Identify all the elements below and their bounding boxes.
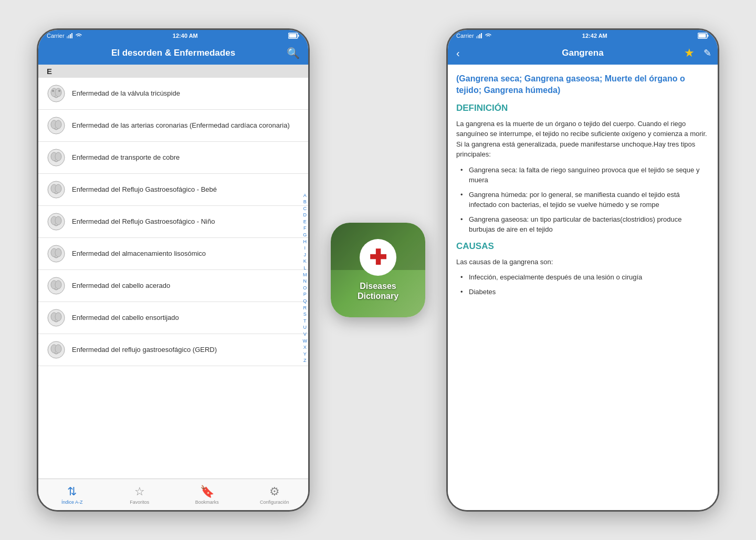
tab-bookmarks-icon: 🔖 [200,485,214,499]
tab-bar-left: ⇅ Índice A-Z ☆ Favoritos 🔖 Bookmarks ⚙ C… [38,479,308,510]
section-title-causas: CAUSAS [456,241,709,252]
svg-point-14 [55,120,61,129]
item-text: Enfermedad del reflujo gastroesofágico (… [72,346,300,355]
svg-point-29 [55,281,61,289]
disease-icon [47,116,66,135]
back-button[interactable]: ‹ [456,47,460,59]
svg-rect-37 [478,35,479,38]
detail-subtitle: (Gangrena seca; Gangrena gaseosa; Muerte… [456,73,709,97]
list-item[interactable]: Enfermedad de la válvula tricúspide [38,78,308,110]
disease-icon [47,84,66,103]
svg-point-32 [55,313,61,321]
disease-icon [47,212,66,231]
nav-bar-left: El desorden & Enfermedades 🔍 [38,41,308,65]
svg-rect-1 [68,35,69,38]
tab-favorites[interactable]: ☆ Favoritos [106,485,174,505]
svg-point-35 [55,345,61,353]
left-phone: Carrier 12:40 AM El desorden & Enfe [37,28,310,512]
svg-rect-3 [71,33,72,38]
item-text: Enfermedad del cabello acerado [72,282,300,290]
app-icon: ✚ Diseases Dictionary [331,223,425,317]
disease-icon [47,148,66,167]
tab-index[interactable]: ⇅ Índice A-Z [38,485,106,505]
svg-point-11 [58,90,60,92]
svg-rect-41 [707,35,708,37]
list-item[interactable]: Enfermedad de transporte de cobre [38,142,308,174]
svg-point-9 [55,88,61,97]
disease-icon [47,180,66,199]
tab-settings-icon: ⚙ [269,485,280,499]
list-item[interactable]: Enfermedad del reflujo gastroesofágico (… [38,334,308,366]
signal-icon [67,33,73,38]
def-list-item-3: Gangrena gaseosa: un tipo particular de … [460,214,709,235]
search-icon[interactable]: 🔍 [287,47,300,59]
status-bar-left: Carrier 12:40 AM [38,30,308,41]
cross-circle: ✚ [360,239,396,276]
app-name: Diseases Dictionary [358,281,398,301]
detail-content: (Gangrena seca; Gangrena gaseosa; Muerte… [448,65,718,510]
item-text: Enfermedad del Reflujo Gastroesofágico -… [72,217,300,226]
list-item[interactable]: Enfermedad del almacenamiento lisosómico [38,238,308,270]
tab-favorites-icon: ☆ [134,485,145,499]
svg-rect-5 [298,35,299,37]
item-text: Enfermedad de las arterias coronarias (E… [72,121,300,130]
right-phone: Carrier 12:42 AM ‹ Gangrena [446,28,719,512]
alphabet-index[interactable]: A B C D E F G H I J K L M N O P Q R S T … [303,192,308,364]
disease-list: Enfermedad de la válvula tricúspide Enfe… [38,78,308,479]
carrier-left: Carrier [47,33,82,39]
section-header: E [38,65,308,78]
tab-index-icon: ⇅ [67,485,77,499]
wifi-icon-right [485,33,492,38]
battery-right [698,33,709,39]
svg-point-20 [55,184,61,193]
tab-bookmarks[interactable]: 🔖 Bookmarks [173,485,241,505]
list-item[interactable]: Enfermedad del cabello ensortijado [38,302,308,334]
battery-left [288,33,300,39]
time-left: 12:40 AM [173,33,198,39]
causas-list-item-1: Infección, especialmente después de una … [460,272,709,283]
definition-list: Gangrena seca: la falta de riego sanguín… [460,165,709,235]
battery-icon-right [698,33,709,39]
svg-rect-6 [289,34,296,38]
definition-text: La gangrena es la muerte de un órgano o … [456,119,709,160]
svg-rect-42 [698,34,706,38]
edit-button[interactable]: ✎ [704,47,711,59]
svg-point-23 [55,216,61,225]
tab-settings[interactable]: ⚙ Configuración [241,485,309,505]
causas-list: Infección, especialmente después de una … [460,272,709,297]
tab-bookmarks-label: Bookmarks [195,500,219,505]
carrier-right: Carrier [456,33,492,39]
app-icon-container: ✚ Diseases Dictionary [331,223,425,317]
svg-rect-2 [70,34,71,38]
cross-icon: ✚ [369,247,387,268]
item-text: Enfermedad del almacenamiento lisosómico [72,250,300,258]
item-text: Enfermedad de transporte de cobre [72,153,300,162]
star-button[interactable]: ★ [684,46,695,60]
svg-rect-38 [479,34,480,38]
item-text: Enfermedad del cabello ensortijado [72,314,300,323]
nav-bar-right: ‹ Gangrena ★ ✎ [448,41,718,65]
item-text: Enfermedad de la válvula tricúspide [72,89,300,98]
def-list-item-2: Gangrena húmeda: por lo general, se mani… [460,190,709,210]
disease-icon [47,244,66,263]
causas-intro: Las causas de la gangrena son: [456,257,709,267]
svg-point-26 [55,248,61,257]
status-bar-right: Carrier 12:42 AM [448,30,718,41]
item-text: Enfermedad del Reflujo Gastroesofágico -… [72,185,300,194]
battery-icon [288,33,300,39]
wifi-icon [75,33,82,38]
nav-title-left: El desorden & Enfermedades [111,48,235,58]
section-title-definicion: DEFINICIÓN [456,103,709,113]
list-item[interactable]: Enfermedad de las arterias coronarias (E… [38,110,308,142]
svg-point-10 [52,90,54,92]
list-item[interactable]: Enfermedad del Reflujo Gastroesofágico -… [38,174,308,206]
list-item[interactable]: Enfermedad del cabello acerado [38,270,308,302]
disease-icon [47,276,66,295]
tab-settings-label: Configuración [260,500,289,505]
svg-rect-36 [476,36,477,38]
list-item[interactable]: Enfermedad del Reflujo Gastroesofágico -… [38,206,308,238]
time-right: 12:42 AM [582,33,607,39]
svg-point-17 [55,152,61,161]
svg-rect-0 [67,36,68,38]
disease-icon [47,340,66,359]
